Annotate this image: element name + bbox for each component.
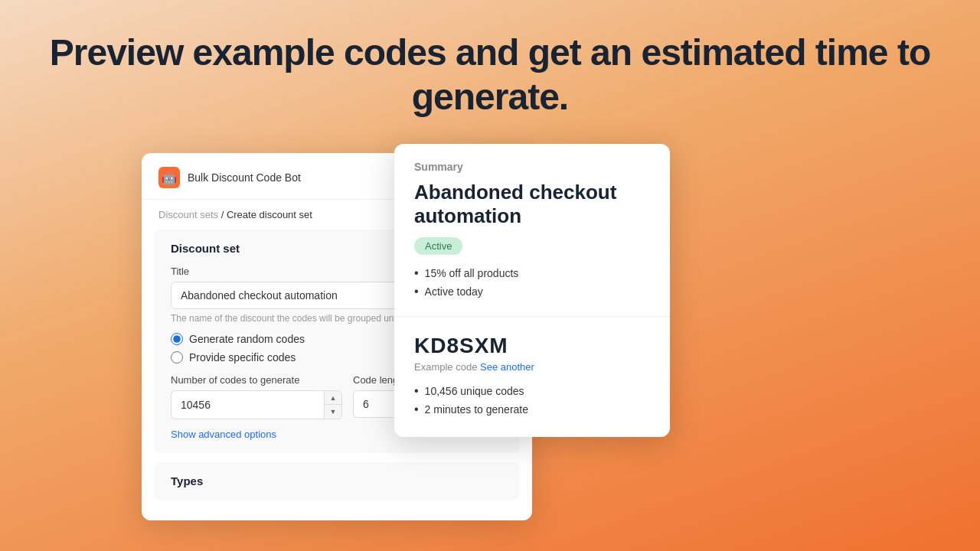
breadcrumb-current: Create discount set [227, 209, 312, 220]
bot-icon: 🤖 [158, 167, 180, 188]
code-bullets: 10,456 unique codes 2 minutes to generat… [414, 382, 650, 419]
example-label: Example code See another [414, 361, 650, 373]
cards-container: 🤖 Bulk Discount Code Bot Discount sets /… [142, 153, 980, 520]
summary-automation-title: Abandoned checkout automation [414, 181, 650, 228]
example-code-display: KD8SXM [414, 334, 650, 358]
summary-label: Summary [414, 161, 650, 173]
radio-provide-specific-input[interactable] [171, 351, 183, 364]
radio-generate-random-label: Generate random codes [189, 333, 305, 345]
hero-title: Preview example codes and get an estimat… [0, 0, 980, 142]
show-advanced-link[interactable]: Show advanced options [171, 429, 276, 440]
summary-top-section: Summary Abandoned checkout automation Ac… [394, 144, 670, 317]
radio-generate-random-input[interactable] [171, 333, 183, 345]
summary-card: Summary Abandoned checkout automation Ac… [394, 144, 670, 437]
app-name: Bulk Discount Code Bot [188, 171, 301, 184]
spinner-down-button[interactable]: ▼ [325, 405, 341, 419]
code-section: KD8SXM Example code See another 10,456 u… [394, 317, 670, 437]
code-bullet-unique-codes: 10,456 unique codes [414, 382, 650, 400]
breadcrumb-parent-link[interactable]: Discount sets [158, 209, 218, 220]
types-title: Types [171, 474, 503, 487]
number-of-codes-group: Number of codes to generate ▲ ▼ [171, 374, 342, 419]
number-of-codes-input[interactable] [171, 390, 324, 419]
summary-bullet-discount: 15% off all products [414, 264, 650, 282]
breadcrumb-separator: / [221, 209, 227, 220]
number-codes-label: Number of codes to generate [171, 374, 342, 386]
summary-bullets: 15% off all products Active today [414, 264, 650, 301]
code-bullet-generate-time: 2 minutes to generate [414, 400, 650, 419]
number-spinners: ▲ ▼ [324, 390, 342, 419]
example-label-text: Example code [414, 361, 477, 373]
active-badge: Active [414, 237, 462, 255]
number-input-wrapper: ▲ ▼ [171, 390, 342, 419]
radio-provide-specific-label: Provide specific codes [189, 351, 296, 364]
spinner-up-button[interactable]: ▲ [325, 391, 341, 405]
see-another-link[interactable]: See another [480, 361, 534, 373]
types-section: Types [154, 462, 520, 500]
summary-bullet-active-today: Active today [414, 282, 650, 301]
